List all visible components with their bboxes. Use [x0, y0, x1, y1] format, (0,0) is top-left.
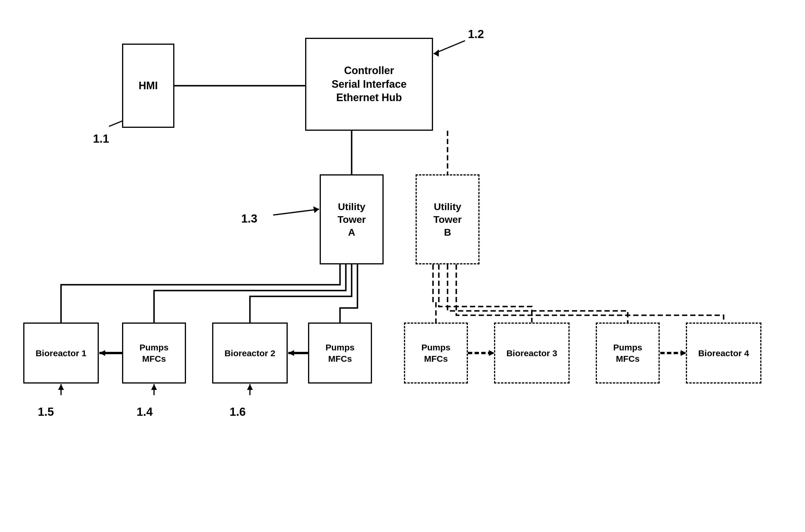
pumps-mfcs-4-box: PumpsMFCs — [596, 323, 660, 383]
bioreactor-1-box: Bioreactor 1 — [23, 323, 99, 383]
utility-tower-a-box: UtilityTowerA — [320, 174, 383, 264]
hmi-box: HMI — [122, 43, 174, 128]
hmi-label: HMI — [138, 79, 158, 93]
pumps-mfcs-3-label: PumpsMFCs — [422, 342, 450, 364]
ref-label-1-1: 1.1 — [93, 132, 109, 145]
svg-marker-4 — [99, 350, 105, 356]
bioreactor-4-label: Bioreactor 4 — [698, 347, 749, 359]
pumps-mfcs-1-box: PumpsMFCs — [122, 323, 186, 383]
pumps-mfcs-1-label: PumpsMFCs — [139, 342, 169, 364]
utility-tower-b-box: UtilityTowerB — [416, 174, 480, 264]
bioreactor-3-box: Bioreactor 3 — [494, 323, 569, 383]
svg-line-15 — [273, 209, 319, 215]
bioreactor-2-box: Bioreactor 2 — [212, 323, 288, 383]
pumps-mfcs-2-box: PumpsMFCs — [308, 323, 372, 383]
ref-label-1-2: 1.2 — [468, 27, 484, 41]
svg-marker-10 — [680, 350, 687, 356]
svg-marker-22 — [247, 384, 253, 390]
svg-marker-8 — [489, 350, 494, 356]
utility-tower-a-label: UtilityTowerA — [337, 200, 366, 239]
pumps-mfcs-2-label: PumpsMFCs — [325, 342, 355, 364]
svg-marker-18 — [58, 384, 64, 390]
bioreactor-2-label: Bioreactor 2 — [224, 347, 275, 359]
svg-marker-20 — [151, 384, 157, 390]
bioreactor-1-label: Bioreactor 1 — [35, 347, 86, 359]
diagram: HMI ControllerSerial InterfaceEthernet H… — [0, 0, 805, 532]
svg-marker-6 — [288, 350, 294, 356]
svg-line-13 — [434, 41, 465, 54]
bioreactor-4-box: Bioreactor 4 — [686, 323, 762, 383]
pumps-mfcs-4-label: PumpsMFCs — [613, 342, 642, 364]
ref-label-1-4: 1.4 — [136, 405, 153, 418]
ref-label-1-3: 1.3 — [241, 212, 258, 225]
utility-tower-b-label: UtilityTowerB — [433, 200, 462, 239]
ref-label-1-5: 1.5 — [38, 405, 54, 418]
ref-label-1-6: 1.6 — [229, 405, 246, 418]
svg-marker-14 — [434, 50, 439, 57]
pumps-mfcs-3-box: PumpsMFCs — [404, 323, 468, 383]
bioreactor-3-label: Bioreactor 3 — [506, 347, 557, 359]
svg-marker-16 — [313, 206, 319, 213]
controller-label: ControllerSerial InterfaceEthernet Hub — [332, 64, 407, 104]
controller-box: ControllerSerial InterfaceEthernet Hub — [305, 38, 433, 131]
